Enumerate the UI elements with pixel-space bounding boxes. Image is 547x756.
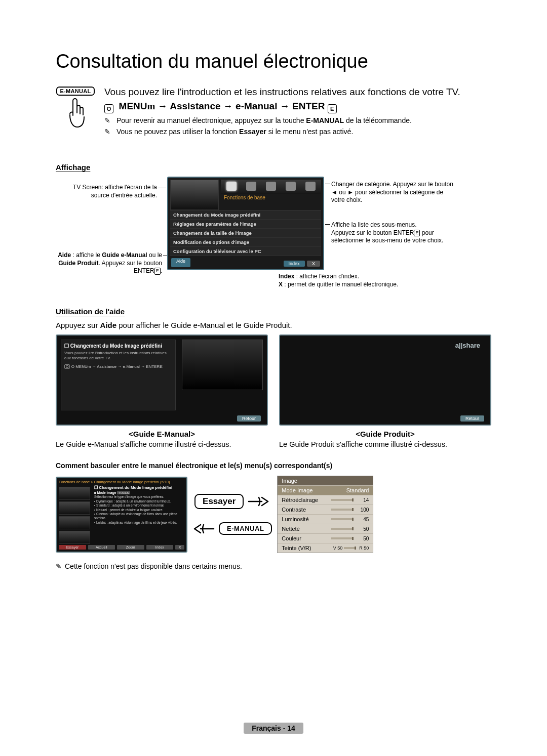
category-tabs <box>221 180 321 193</box>
osd-row: Netteté50 <box>278 524 373 533</box>
menu-path: O MENUm → Assistance → e-Manual → ENTER … <box>104 101 460 113</box>
guide-emanual-label: <Guide E-Manual> <box>56 430 268 438</box>
mini-preview <box>182 340 263 390</box>
tv-ui-mock: Fonctions de base Changement du Mode Ima… <box>167 177 324 270</box>
osd-row-highlight: Mode Image Standard <box>278 485 373 495</box>
retour-button: Retour <box>237 415 261 422</box>
arrow-right-icon <box>248 496 270 507</box>
affichage-diagram: TV Screen: affiche l'écran de la source … <box>56 177 491 298</box>
enter-icon: E <box>328 104 337 113</box>
osd-header: Image <box>278 476 373 485</box>
submenu-list: Changement du Mode Image prédéfini Régla… <box>170 210 321 256</box>
remote-illustration: E-MANUAL <box>56 87 95 139</box>
note-icon: ✎ <box>56 562 62 570</box>
intro-text: Vous pouvez lire l'introduction et les i… <box>104 87 460 98</box>
section-bascule: Comment basculer entre le manuel électro… <box>56 461 491 470</box>
arrow-left-icon <box>192 523 215 534</box>
emanual-badge: E-MANUAL <box>56 87 94 96</box>
list-item: Modification des options d'image <box>170 238 321 247</box>
arrow-essayer: Essayer <box>194 494 270 509</box>
category-label: Fonctions de base <box>221 193 321 202</box>
note-2: ✎ Vous ne pouvez pas utiliser la fonctio… <box>104 128 460 136</box>
annotation-submenu: Affiche la liste des sous-menus. Appuyez… <box>331 221 463 245</box>
tab-icon <box>266 182 276 191</box>
list-item: Réglages des paramètres de l'image <box>170 220 321 229</box>
section-affichage: Affichage <box>56 163 491 172</box>
osd-row: Contraste100 <box>278 505 373 514</box>
essayer-pill: Essayer <box>194 494 244 509</box>
list-item: Configuration du téléviseur avec le PC <box>170 247 321 256</box>
osd-icon: O <box>104 104 113 113</box>
tab-icon <box>305 182 316 191</box>
final-note: ✎ Cette fonction n'est pas disponible da… <box>56 562 491 570</box>
tab-icon <box>246 182 256 191</box>
guide-produit-screenshot: a||share Retour <box>279 334 491 426</box>
aide-button: Aide <box>171 258 190 267</box>
arrow-emanual: E-MANUAL <box>192 522 272 535</box>
section-utilisation: Utilisation de l'aide <box>56 307 491 316</box>
osd-image-menu: Image Mode Image Standard Rétroéclairage… <box>277 476 373 553</box>
annotation-aide: Aide : affiche le Guide e-Manual ou le G… <box>51 251 162 275</box>
osd-row: Couleur50 <box>278 533 373 543</box>
note-icon: ✎ <box>104 128 113 136</box>
tab-icon <box>226 182 237 191</box>
index-button: Index <box>284 261 305 267</box>
hand-icon <box>62 98 89 130</box>
guide-emanual-desc: Le Guide e-Manual s'affiche comme illust… <box>56 440 268 448</box>
annotation-tvscreen: TV Screen: affiche l'écran de la source … <box>56 184 157 199</box>
essayer-mini-button: Essayer <box>59 545 86 550</box>
annotation-index-x: Index : affiche l'écran d'index. X : per… <box>279 273 441 288</box>
emanual-pill: E-MANUAL <box>219 522 272 535</box>
osd-row-tint: Teinte (V/R)V 50 R 50 <box>278 543 373 553</box>
note-icon: ✎ <box>104 116 113 124</box>
allshare-logo: a||share <box>455 342 480 349</box>
close-button: X <box>307 261 320 267</box>
emanual-detail-screenshot: Fonctions de base > Changement du Mode I… <box>56 477 187 553</box>
retour-button: Retour <box>460 415 484 422</box>
page-footer: Français - 14 <box>244 723 303 734</box>
tv-screen-thumb <box>170 180 219 210</box>
page-title: Consultation du manuel électronique <box>56 51 491 72</box>
note-1: ✎ Pour revenir au manuel électronique, a… <box>104 116 460 124</box>
osd-row: Luminosité45 <box>278 514 373 524</box>
list-item: Changement de la taille de l'image <box>170 229 321 238</box>
guide-produit-desc: Le Guide Produit s'affiche comme illustr… <box>279 440 491 448</box>
osd-row: Rétroéclairage14 <box>278 495 373 505</box>
guide-produit-label: <Guide Produit> <box>279 430 491 438</box>
utilisation-desc: Appuyez sur Aide pour afficher le Guide … <box>56 321 491 329</box>
guide-emanual-screenshot: ❐ Changement du Mode Image prédéfini Vou… <box>56 334 268 426</box>
tab-icon <box>286 182 296 191</box>
list-item: Changement du Mode Image prédéfini <box>170 211 321 220</box>
annotation-category: Changer de catégorie. Appuyez sur le bou… <box>331 181 458 204</box>
